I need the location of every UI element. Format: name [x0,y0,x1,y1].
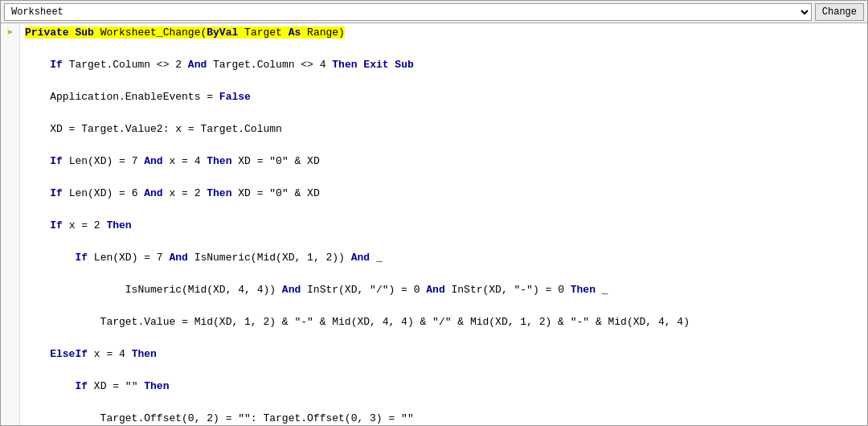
highlighted-text: Private Sub Worksheet_Change(ByVal Targe… [25,27,345,39]
main-window: Worksheet Change ➤ Private Sub Worksheet… [0,0,868,426]
code-line-8: If Len(XD) = 7 And IsNumeric(Mid(XD, 1, … [25,250,862,266]
code-line-1: Private Sub Worksheet_Change(ByVal Targe… [25,25,862,41]
code-area: ➤ Private Sub Worksheet_Change(ByVal Tar… [1,23,867,425]
change-button[interactable]: Change [815,3,864,21]
gutter: ➤ [1,23,20,425]
code-line-11: ElseIf x = 4 Then [25,346,862,363]
toolbar-left: Worksheet [4,3,812,21]
code-line-6: If Len(XD) = 6 And x = 2 Then XD = "0" &… [25,186,862,202]
code-line-3: Application.EnableEvents = False [25,89,862,105]
code-line-7: If x = 2 Then [25,218,862,234]
arrow-indicator: ➤ [6,25,13,41]
code-line-2: If Target.Column <> 2 And Target.Column … [25,57,862,73]
code-line-9: IsNumeric(Mid(XD, 4, 4)) And InStr(XD, "… [25,282,862,298]
code-line-13: Target.Offset(0, 2) = "": Target.Offset(… [25,411,862,425]
code-line-5: If Len(XD) = 7 And x = 4 Then XD = "0" &… [25,154,862,170]
code-line-10: Target.Value = Mid(XD, 1, 2) & "-" & Mid… [25,314,862,330]
module-dropdown[interactable]: Worksheet [4,3,812,21]
code-content: Private Sub Worksheet_Change(ByVal Targe… [20,23,867,425]
code-line-4: XD = Target.Value2: x = Target.Column [25,121,862,137]
toolbar: Worksheet Change [1,1,867,23]
code-line-12: If XD = "" Then [25,379,862,395]
